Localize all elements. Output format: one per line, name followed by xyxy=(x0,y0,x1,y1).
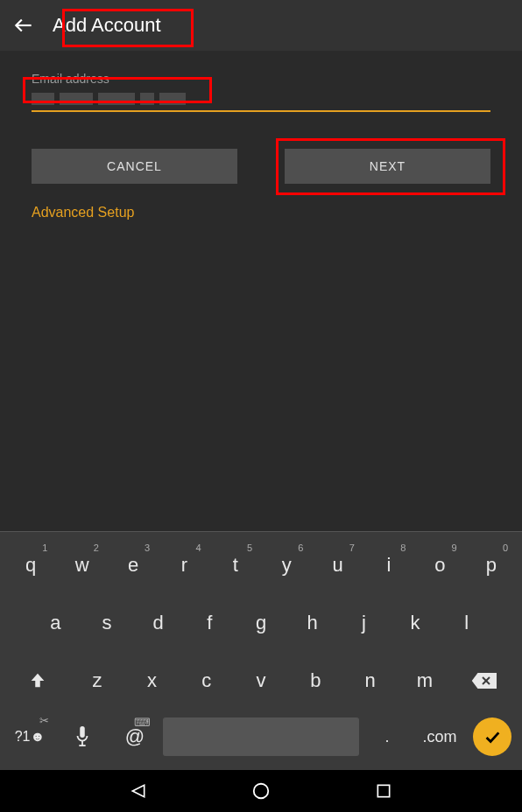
key-a[interactable]: a xyxy=(32,597,80,649)
email-label: Email address xyxy=(32,72,490,86)
cancel-button[interactable]: CANCEL xyxy=(32,149,237,184)
period-key[interactable]: . xyxy=(363,712,412,761)
key-n[interactable]: n xyxy=(344,654,395,707)
dotcom-key[interactable]: .com xyxy=(415,712,464,761)
form-area: Email address CANCEL NEXT Advanced Setup xyxy=(0,51,522,220)
spacebar-key[interactable] xyxy=(163,718,359,756)
advanced-setup-link[interactable]: Advanced Setup xyxy=(32,205,490,220)
enter-key[interactable] xyxy=(468,712,517,761)
mic-key[interactable] xyxy=(58,712,107,761)
key-f[interactable]: f xyxy=(186,597,234,649)
redacted-text xyxy=(140,93,154,105)
next-button[interactable]: NEXT xyxy=(285,149,490,184)
keyboard-row-1: 1q 2w 3e 4r 5t 6y 7u 8i 9o 0p xyxy=(0,539,522,592)
nav-recents-icon[interactable] xyxy=(370,778,397,804)
back-arrow-icon[interactable] xyxy=(11,12,37,38)
redacted-text xyxy=(98,93,135,105)
redacted-text xyxy=(32,93,54,105)
key-d[interactable]: d xyxy=(134,597,182,649)
nav-back-icon[interactable] xyxy=(125,778,152,804)
key-u[interactable]: 7u xyxy=(314,539,361,592)
email-field[interactable] xyxy=(32,89,490,112)
symbols-key[interactable]: ✂ ?1☻ xyxy=(5,712,54,761)
key-z[interactable]: z xyxy=(72,654,123,707)
at-key[interactable]: ⌨ @ xyxy=(110,712,159,761)
key-p[interactable]: 0p xyxy=(468,539,515,592)
redacted-text xyxy=(60,93,93,105)
shift-key[interactable] xyxy=(7,654,68,707)
key-c[interactable]: c xyxy=(181,654,232,707)
key-l[interactable]: l xyxy=(442,597,490,649)
nav-home-icon[interactable] xyxy=(248,778,274,804)
key-g[interactable]: g xyxy=(237,597,286,649)
key-y[interactable]: 6y xyxy=(263,539,310,592)
key-x[interactable]: x xyxy=(126,654,177,707)
key-b[interactable]: b xyxy=(290,654,341,707)
keyboard-row-4: ✂ ?1☻ ⌨ @ . .com xyxy=(0,712,522,770)
keyboard-row-2: a s d f g h j k l xyxy=(0,597,522,649)
key-m[interactable]: m xyxy=(399,654,450,707)
page-title: Add Account xyxy=(53,14,161,37)
key-h[interactable]: h xyxy=(288,597,336,649)
redacted-text xyxy=(159,93,186,105)
soft-keyboard: 1q 2w 3e 4r 5t 6y 7u 8i 9o 0p a s d f g … xyxy=(0,531,522,770)
key-o[interactable]: 9o xyxy=(416,539,463,592)
key-k[interactable]: k xyxy=(392,597,440,649)
key-w[interactable]: 2w xyxy=(58,539,105,592)
system-navbar xyxy=(0,770,522,812)
key-t[interactable]: 5t xyxy=(212,539,259,592)
key-j[interactable]: j xyxy=(340,597,388,649)
backspace-key[interactable] xyxy=(454,654,515,707)
svg-rect-8 xyxy=(377,785,389,796)
key-r[interactable]: 4r xyxy=(160,539,208,592)
keyboard-row-3: z x c v b n m xyxy=(0,654,522,707)
svg-point-7 xyxy=(254,784,269,799)
svg-rect-3 xyxy=(80,726,85,738)
svg-marker-6 xyxy=(132,785,144,796)
key-q[interactable]: 1q xyxy=(7,539,54,592)
key-v[interactable]: v xyxy=(236,654,286,707)
key-i[interactable]: 8i xyxy=(365,539,413,592)
enter-icon xyxy=(473,718,511,756)
key-e[interactable]: 3e xyxy=(109,539,157,592)
button-row: CANCEL NEXT xyxy=(32,149,490,184)
key-s[interactable]: s xyxy=(83,597,131,649)
app-header: Add Account xyxy=(0,0,522,51)
